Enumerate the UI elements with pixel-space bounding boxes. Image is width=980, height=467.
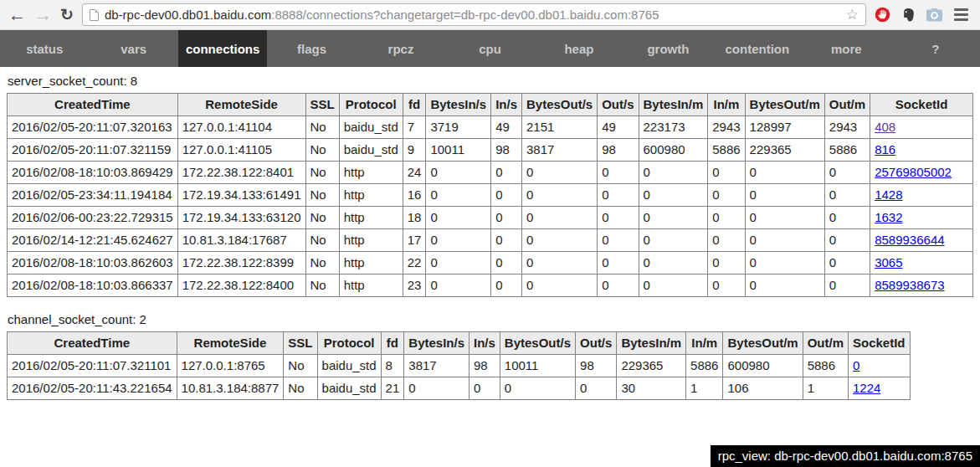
column-header: BytesIn/m	[639, 94, 708, 116]
socket-link[interactable]: 8589936644	[875, 233, 944, 247]
server-sockets-table: CreatedTimeRemoteSideSSLProtocolfdBytesI…	[7, 93, 973, 297]
column-header: In/m	[708, 94, 745, 116]
tab-heap[interactable]: heap	[535, 30, 623, 67]
table-cell: 2016/02/06-00:23:22.729315	[8, 207, 178, 229]
table-cell: baidu_std	[339, 139, 403, 162]
table-cell: 0	[426, 184, 491, 207]
table-cell: 98	[576, 355, 617, 377]
table-cell: 0	[598, 229, 639, 252]
column-header: SSL	[284, 332, 317, 355]
socket-id-cell: 816	[870, 139, 973, 162]
browser-menu-icon[interactable]	[952, 7, 970, 23]
socket-id-cell: 8589936644	[870, 229, 973, 252]
url-host: db-rpc-dev00.db01.baidu.com	[105, 8, 271, 22]
tab-rpcz[interactable]: rpcz	[357, 30, 445, 67]
table-cell: 0	[521, 229, 597, 252]
table-cell: 0	[500, 377, 575, 400]
socket-id-cell: 0	[849, 355, 911, 377]
table-cell: 1	[803, 377, 848, 400]
socket-link[interactable]: 1428	[875, 187, 902, 202]
address-bar[interactable]: db-rpc-dev00.db01.baidu.com:8888/connect…	[82, 3, 866, 26]
table-cell: baidu_std	[339, 116, 403, 139]
table-cell: No	[305, 162, 339, 184]
table-cell: 0	[745, 275, 824, 297]
table-cell: 0	[745, 184, 824, 207]
forward-button[interactable]: →	[34, 6, 52, 23]
url-path: :8888/connections?changetarget=db-rpc-de…	[271, 8, 659, 22]
socket-link[interactable]: 3065	[875, 255, 902, 269]
table-cell: 30	[617, 377, 686, 400]
evernote-elephant-icon[interactable]	[900, 7, 916, 23]
table-cell: No	[305, 207, 339, 229]
tab-more[interactable]: more	[802, 30, 890, 67]
socket-link[interactable]: 1632	[875, 210, 902, 224]
table-cell: 0	[426, 275, 491, 297]
table-cell: 0	[708, 207, 745, 229]
table-cell: 0	[824, 252, 870, 275]
tab-cpu[interactable]: cpu	[445, 30, 534, 67]
table-header-row: CreatedTimeRemoteSideSSLProtocolfdBytesI…	[8, 332, 911, 355]
table-cell: 0	[824, 184, 870, 207]
table-cell: baidu_std	[317, 355, 381, 377]
column-header: Out/s	[598, 94, 639, 116]
extension-area	[875, 7, 972, 23]
table-cell: 2016/02/05-20:11:43.221654	[8, 377, 177, 400]
table-cell: 127.0.0.1:41105	[177, 139, 305, 162]
table-cell: 0	[491, 207, 522, 229]
table-row: 2016/02/05-23:34:11.194184172.19.34.133:…	[8, 184, 973, 207]
table-cell: 3817	[404, 355, 469, 377]
page-content: server_socket_count: 8 CreatedTimeRemote…	[0, 67, 980, 400]
tab-status[interactable]: status	[0, 30, 89, 67]
tab-flags[interactable]: flags	[267, 30, 356, 67]
table-cell: 23	[403, 275, 426, 297]
table-cell: 223173	[639, 116, 708, 139]
socket-id-cell: 408	[870, 116, 973, 139]
table-cell: 49	[491, 116, 522, 139]
table-cell: No	[305, 139, 339, 162]
table-cell: 3719	[426, 116, 491, 139]
socket-link[interactable]: 816	[875, 142, 895, 157]
table-cell: 0	[404, 377, 469, 400]
table-cell: 0	[426, 252, 491, 275]
socket-link[interactable]: 408	[875, 120, 895, 134]
table-cell: 21	[381, 377, 404, 400]
table-cell: 0	[491, 162, 522, 184]
table-row: 2016/02/05-20:11:07.321101127.0.0.1:8765…	[8, 355, 911, 377]
table-cell: 0	[745, 162, 824, 184]
table-cell: 2016/02/08-18:10:03.862603	[8, 252, 178, 275]
tab-[interactable]: ?	[891, 30, 980, 67]
adblock-hand-icon[interactable]	[875, 7, 890, 23]
table-cell: 600980	[639, 139, 708, 162]
socket-link[interactable]: 8589938673	[875, 278, 944, 292]
screenshot-camera-icon[interactable]	[926, 7, 942, 23]
reload-button[interactable]: ↻	[60, 7, 74, 23]
table-cell: 0	[639, 207, 708, 229]
table-row: 2016/02/14-12:21:45.62462710.81.3.184:17…	[8, 229, 973, 252]
table-cell: 2016/02/14-12:21:45.624627	[8, 229, 178, 252]
browser-toolbar: ← → ↻ db-rpc-dev00.db01.baidu.com:8888/c…	[0, 0, 980, 30]
column-header: BytesOut/m	[745, 94, 824, 116]
socket-link[interactable]: 0	[853, 358, 859, 372]
table-cell: 0	[824, 162, 870, 184]
table-row: 2016/02/05-20:11:07.320163127.0.0.1:4110…	[8, 116, 973, 139]
tab-vars[interactable]: vars	[89, 30, 177, 67]
table-cell: 0	[598, 162, 639, 184]
socket-id-cell: 1428	[870, 184, 973, 207]
bookmark-star-icon[interactable]: ☆	[846, 8, 859, 22]
table-cell: 0	[426, 162, 491, 184]
table-cell: 2943	[824, 116, 870, 139]
table-row: 2016/02/05-20:11:43.22165410.81.3.184:88…	[8, 377, 911, 400]
table-cell: http	[339, 252, 403, 275]
column-header: SSL	[305, 94, 339, 116]
table-cell: 172.22.38.122:8399	[177, 252, 305, 275]
column-header: fd	[403, 94, 426, 116]
tab-connections[interactable]: connections	[178, 30, 267, 67]
socket-link[interactable]: 1224	[853, 381, 880, 395]
table-cell: 0	[639, 162, 708, 184]
table-cell: 0	[824, 229, 870, 252]
back-button[interactable]: ←	[8, 6, 26, 23]
tab-growth[interactable]: growth	[623, 30, 712, 67]
table-cell: 0	[708, 229, 745, 252]
tab-contention[interactable]: contention	[713, 30, 802, 67]
socket-link[interactable]: 25769805002	[875, 165, 952, 179]
